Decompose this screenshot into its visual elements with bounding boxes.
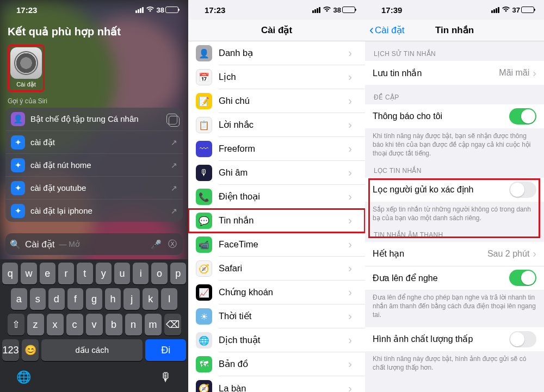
filter-unknown-row[interactable]: Lọc người gửi ko xác định [365, 178, 544, 202]
key-a[interactable]: a [11, 288, 27, 310]
settings-row-la-bàn[interactable]: 🧭La bàn› [188, 376, 365, 392]
notify-me-row[interactable]: Thông báo cho tôi [365, 104, 544, 128]
dictate-icon[interactable]: 🎙 [160, 370, 172, 384]
chevron-right-icon: › [348, 382, 360, 393]
key-q[interactable]: q [2, 263, 18, 284]
key-u[interactable]: u [114, 263, 130, 284]
key-o[interactable]: o [151, 263, 167, 284]
siri-suggestion[interactable]: ✦ cài đặt youtube ↗ [5, 176, 183, 199]
settings-row-điện-thoại[interactable]: 📞Điện thoại› [188, 185, 365, 209]
settings-list: 👤Danh bạ›📅Lịch›📝Ghi chú›📋Lời nhắc›〰Freef… [188, 41, 365, 392]
raise-to-listen-row[interactable]: Đưa lên để nghe [365, 266, 544, 290]
app-icon: 📅 [196, 69, 212, 85]
settings-row-tin-nhắn[interactable]: 💬Tin nhắn› [188, 209, 365, 233]
emoji-key[interactable]: 😊 [22, 339, 39, 361]
toggle-switch[interactable] [509, 331, 536, 347]
safari-icon: ✦ [11, 158, 25, 172]
shift-key[interactable]: ⇧ [8, 314, 24, 335]
expire-row[interactable]: Hết hạn Sau 2 phút › [365, 242, 544, 266]
battery-icon: 37 [512, 6, 534, 14]
group-header: TIN NHẮN ÂM THANH [365, 222, 544, 242]
settings-row-dịch-thuật[interactable]: 🌐Dịch thuật› [188, 328, 365, 352]
settings-row-chứng-khoán[interactable]: 📈Chứng khoán› [188, 281, 365, 304]
arrow-icon: ↗ [171, 184, 177, 192]
status-time: 17:23 [205, 5, 225, 15]
app-icon: 〰 [196, 141, 212, 157]
toggle-switch[interactable] [509, 108, 536, 125]
settings-row-lời-nhắc[interactable]: 📋Lời nhắc› [188, 113, 365, 137]
siri-suggestion[interactable]: 👤 Bật chế độ tập trung Cá nhân [5, 108, 183, 130]
app-icon: 📋 [196, 117, 212, 133]
key-n[interactable]: n [125, 314, 142, 335]
chevron-right-icon: › [348, 262, 360, 275]
toggle-switch[interactable] [509, 270, 536, 286]
siri-suggestion[interactable]: ✦ cài đặt lại iphone ↗ [5, 199, 183, 222]
arrow-icon: ↗ [171, 207, 177, 215]
app-icon: 📝 [196, 93, 212, 109]
status-bar: 17:23 38 [0, 0, 188, 20]
backspace-key[interactable]: ⌫ [164, 314, 181, 335]
app-icon: 👤 [196, 45, 212, 61]
key-d[interactable]: d [48, 288, 65, 310]
settings-row-ghi-chú[interactable]: 📝Ghi chú› [188, 89, 365, 113]
key-x[interactable]: x [47, 314, 64, 335]
key-r[interactable]: r [58, 263, 74, 284]
settings-row-facetime[interactable]: 📹FaceTime› [188, 233, 365, 257]
result-app-label: Cài đặt [10, 81, 42, 88]
group-footer: Khi tính năng này được bật, hình ảnh đượ… [365, 351, 544, 372]
key-v[interactable]: v [86, 314, 103, 335]
back-button[interactable]: ‹ Cài đặt [369, 24, 404, 36]
key-p[interactable]: p [170, 263, 186, 284]
siri-suggestion[interactable]: ✦ cài đặt nút home ↗ [5, 153, 183, 176]
nav-bar: Cài đặt [188, 20, 365, 41]
search-icon: 🔍 [10, 239, 21, 250]
key-m[interactable]: m [145, 314, 162, 335]
go-key[interactable]: Đi [145, 339, 186, 361]
low-quality-image-row[interactable]: Hình ảnh chất lượng thấp [365, 327, 544, 351]
key-k[interactable]: k [143, 288, 159, 310]
nav-bar: ‹ Cài đặt Tin nhắn [365, 20, 544, 41]
safari-icon: ✦ [11, 135, 25, 150]
settings-row-safari[interactable]: 🧭Safari› [188, 257, 365, 281]
numbers-key[interactable]: 123 [2, 339, 19, 361]
chevron-right-icon: › [348, 334, 360, 346]
key-w[interactable]: w [21, 263, 36, 284]
key-z[interactable]: z [27, 314, 44, 335]
chevron-right-icon: › [348, 358, 360, 370]
space-key[interactable]: dấu cách [41, 339, 143, 361]
search-input[interactable]: 🔍 Cài đặt — Mở 🎤 ⓧ [5, 233, 183, 255]
status-time: 17:23 [16, 5, 37, 15]
key-f[interactable]: f [67, 288, 84, 310]
arrow-icon: ↗ [171, 138, 177, 147]
battery-icon: 38 [333, 6, 355, 14]
key-b[interactable]: b [106, 314, 122, 335]
key-h[interactable]: h [105, 288, 121, 310]
settings-row-freeform[interactable]: 〰Freeform› [188, 137, 365, 161]
settings-row-lịch[interactable]: 📅Lịch› [188, 65, 365, 89]
result-app-tile[interactable]: Cài đặt [8, 45, 45, 92]
settings-row-thời-tiết[interactable]: ☀Thời tiết› [188, 304, 365, 328]
key-e[interactable]: e [40, 263, 55, 284]
group-header: LỌC TIN NHẮN [365, 158, 544, 178]
key-c[interactable]: c [66, 314, 83, 335]
group-footer: Khi tính năng này được bật, bạn sẽ nhận … [365, 128, 544, 158]
key-t[interactable]: t [77, 263, 92, 284]
key-j[interactable]: j [123, 288, 140, 310]
status-bar: 17:23 38 [188, 0, 365, 20]
globe-icon[interactable]: 🌐 [16, 370, 31, 384]
key-y[interactable]: y [96, 263, 112, 284]
key-s[interactable]: s [30, 288, 46, 310]
chevron-right-icon: › [348, 47, 360, 59]
key-i[interactable]: i [133, 263, 149, 284]
key-g[interactable]: g [86, 288, 102, 310]
mic-icon[interactable]: 🎤 [150, 238, 162, 250]
siri-suggestion[interactable]: ✦ cài đặt ↗ [5, 130, 183, 153]
group-header: ĐỀ CẬP [365, 85, 544, 104]
settings-row-danh-bạ[interactable]: 👤Danh bạ› [188, 41, 365, 65]
keep-messages-row[interactable]: Lưu tin nhắn Mãi mãi › [365, 61, 544, 85]
settings-row-ghi-âm[interactable]: 🎙Ghi âm› [188, 161, 365, 185]
clear-icon[interactable]: ⓧ [166, 238, 178, 250]
settings-row-bản-đồ[interactable]: 🗺Bản đồ› [188, 352, 365, 376]
key-l[interactable]: l [161, 288, 177, 310]
toggle-switch[interactable] [509, 182, 536, 198]
